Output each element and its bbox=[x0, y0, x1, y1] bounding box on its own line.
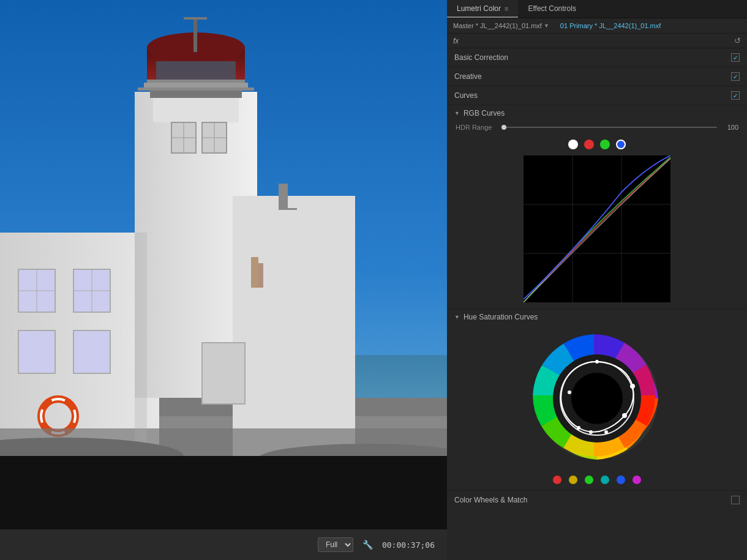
svg-rect-26 bbox=[73, 330, 110, 373]
settings-icon[interactable]: 🔧 bbox=[362, 540, 373, 550]
primary-track-label: 01 Primary * JL__2442(1)_01.mxf bbox=[560, 22, 661, 29]
quality-select[interactable]: Full bbox=[318, 537, 353, 552]
tab-effect-controls[interactable]: Effect Controls bbox=[518, 0, 585, 18]
hue-dot-red[interactable] bbox=[553, 476, 561, 484]
svg-rect-16 bbox=[184, 17, 207, 20]
panel-tabs: Lumetri Color ≡ Effect Controls bbox=[447, 0, 747, 18]
svg-point-62 bbox=[568, 390, 571, 394]
master-chevron-icon: ▼ bbox=[544, 23, 549, 29]
creative-checkbox[interactable] bbox=[731, 72, 740, 81]
panel-body[interactable]: Basic Correction Creative Curves ▼ RGB C… bbox=[447, 48, 747, 560]
master-track-label: Master * JL__2442(1)_01.mxf bbox=[453, 22, 542, 29]
color-wheels-expand-icon[interactable] bbox=[731, 496, 740, 504]
hdr-range-slider[interactable] bbox=[501, 127, 717, 128]
hdr-range-label: HDR Range bbox=[456, 124, 495, 131]
rgb-curves-header[interactable]: ▼ RGB Curves bbox=[447, 105, 747, 121]
curves-checkbox[interactable] bbox=[731, 91, 740, 100]
video-canvas bbox=[0, 0, 447, 456]
svg-rect-35 bbox=[135, 233, 147, 456]
tab-menu-icon: ≡ bbox=[505, 5, 508, 12]
timecode: 00:00:37;06 bbox=[382, 540, 435, 550]
hue-sat-collapse-icon: ▼ bbox=[454, 314, 460, 320]
master-track-dropdown[interactable]: Master * JL__2442(1)_01.mxf ▼ bbox=[453, 22, 549, 29]
section-basic-correction[interactable]: Basic Correction bbox=[447, 48, 747, 67]
svg-rect-13 bbox=[156, 61, 236, 83]
rgb-curves-collapse-icon: ▼ bbox=[454, 110, 460, 116]
svg-point-55 bbox=[571, 373, 623, 424]
curves-canvas-container bbox=[447, 153, 747, 308]
svg-point-57 bbox=[622, 413, 627, 418]
svg-rect-7 bbox=[233, 196, 355, 456]
hue-dot-green[interactable] bbox=[585, 476, 593, 484]
creative-label: Creative bbox=[454, 72, 482, 81]
hdr-range-value: 100 bbox=[723, 124, 738, 131]
basic-correction-checkbox[interactable] bbox=[731, 53, 740, 62]
channel-dot-blue[interactable] bbox=[616, 140, 626, 149]
channel-dot-white[interactable] bbox=[568, 140, 578, 149]
svg-rect-24 bbox=[18, 330, 55, 373]
section-curves[interactable]: Curves bbox=[447, 86, 747, 105]
hue-dot-cyan[interactable] bbox=[601, 476, 609, 484]
svg-point-61 bbox=[577, 426, 580, 430]
fx-row: fx ↺ bbox=[447, 34, 747, 48]
rgb-curves-label: RGB Curves bbox=[464, 109, 505, 118]
channel-dot-green[interactable] bbox=[600, 140, 610, 149]
hue-wheel[interactable]: .hue-wheel-ring { background: conic-grad… bbox=[530, 331, 664, 466]
svg-rect-40 bbox=[279, 184, 288, 208]
hue-sat-header[interactable]: ▼ Hue Saturation Curves bbox=[447, 308, 747, 325]
curves-section: ▼ RGB Curves HDR Range 100 bbox=[447, 105, 747, 308]
hdr-range-row: HDR Range 100 bbox=[447, 121, 747, 136]
hue-dot-yellow[interactable] bbox=[569, 476, 577, 484]
fx-label: fx bbox=[453, 37, 459, 45]
panel-header: Master * JL__2442(1)_01.mxf ▼ 01 Primary… bbox=[447, 18, 747, 34]
color-wheels-row[interactable]: Color Wheels & Match bbox=[447, 490, 747, 509]
svg-rect-15 bbox=[193, 18, 197, 52]
channel-dots-row bbox=[447, 136, 747, 153]
hue-color-dots-row bbox=[447, 472, 747, 490]
video-container: Full 🔧 00:00:37;06 bbox=[0, 0, 447, 560]
svg-rect-31 bbox=[202, 343, 245, 404]
hue-wheel-container: .hue-wheel-ring { background: conic-grad… bbox=[447, 325, 747, 472]
hue-sat-label: Hue Saturation Curves bbox=[464, 313, 538, 321]
main-area: Full 🔧 00:00:37;06 Lumetri Color ≡ Effec… bbox=[0, 0, 747, 560]
tab-lumetri-color[interactable]: Lumetri Color ≡ bbox=[447, 0, 518, 18]
lumetri-tab-label: Lumetri Color bbox=[457, 4, 501, 13]
section-creative[interactable]: Creative bbox=[447, 67, 747, 86]
curves-graph[interactable] bbox=[524, 155, 670, 302]
effect-controls-label: Effect Controls bbox=[528, 4, 576, 13]
svg-rect-36 bbox=[144, 83, 248, 88]
svg-point-59 bbox=[604, 430, 608, 434]
svg-point-63 bbox=[595, 360, 599, 364]
hue-dot-blue[interactable] bbox=[617, 476, 625, 484]
svg-point-60 bbox=[589, 430, 593, 434]
svg-rect-43 bbox=[258, 263, 263, 288]
svg-point-58 bbox=[630, 384, 635, 389]
svg-rect-41 bbox=[279, 208, 297, 210]
svg-rect-37 bbox=[138, 88, 254, 91]
basic-correction-label: Basic Correction bbox=[454, 53, 508, 62]
hdr-slider-thumb[interactable] bbox=[501, 125, 506, 130]
hue-dot-magenta[interactable] bbox=[633, 476, 641, 484]
video-bottom-bar: Full 🔧 00:00:37;06 bbox=[0, 529, 447, 560]
video-frame bbox=[0, 0, 447, 456]
reset-icon[interactable]: ↺ bbox=[734, 36, 741, 45]
color-wheels-label: Color Wheels & Match bbox=[454, 496, 527, 504]
lumetri-panel: Lumetri Color ≡ Effect Controls Master *… bbox=[447, 0, 747, 560]
curves-label: Curves bbox=[454, 91, 478, 100]
channel-dot-red[interactable] bbox=[584, 140, 594, 149]
svg-rect-42 bbox=[251, 257, 258, 288]
